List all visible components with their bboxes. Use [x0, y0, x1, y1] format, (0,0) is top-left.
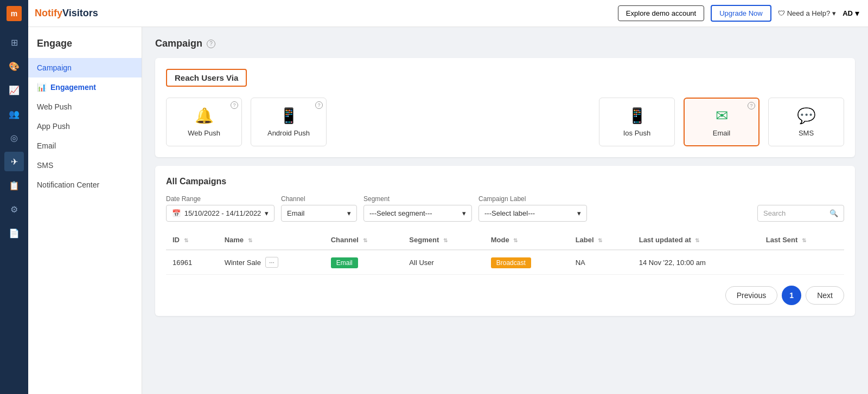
sms-icon: 💬	[797, 107, 816, 125]
segment-value: ---Select segment---	[369, 209, 432, 217]
segment-select[interactable]: ---Select segment--- ▾	[363, 205, 472, 222]
user-chevron-icon: ▾	[855, 8, 859, 18]
segment-filter-label: Segment	[363, 195, 472, 203]
channel-options: ? 🔔 Web Push ? 📱 Android Push 📱 Ios Push	[166, 98, 844, 146]
ios-push-icon: 📱	[628, 107, 647, 125]
campaigns-card: All Campaigns Date Range 📅 15/10/2022 - …	[155, 166, 855, 316]
date-range-select[interactable]: 📅 15/10/2022 - 14/11/2022 ▾	[166, 205, 275, 222]
channel-filter-label: Channel	[281, 195, 357, 203]
sidebar-item-app-push[interactable]: App Push	[28, 117, 142, 136]
cell-id: 16961	[166, 250, 218, 275]
date-range-label: Date Range	[166, 195, 275, 203]
icon-sidebar: ⊞ 🎨 📈 👥 ◎ ✈ 📋 ⚙ 📄	[0, 27, 28, 394]
sidebar-item-campaign[interactable]: Campaign	[28, 58, 142, 77]
android-push-icon: 📱	[279, 107, 298, 125]
last-sent-sort-icon: ⇅	[802, 237, 806, 243]
sidebar-icon-segments[interactable]: ◎	[4, 128, 24, 147]
sidebar-icon-grid[interactable]: ⊞	[4, 33, 24, 52]
label-chevron: ▾	[577, 209, 581, 217]
table-row: 16961 Winter Sale ··· Email All User	[166, 250, 844, 275]
upgrade-now-button[interactable]: Upgrade Now	[711, 5, 771, 22]
campaigns-table: ID ⇅ Name ⇅ Channel ⇅ Segment	[166, 230, 844, 275]
channel-ios-push[interactable]: 📱 Ios Push	[599, 98, 675, 146]
sidebar-icon-engage[interactable]: ✈	[4, 152, 24, 171]
reach-title: Reach Users Via	[166, 69, 247, 87]
sms-label: SMS	[37, 161, 53, 170]
label-sort-icon: ⇅	[598, 237, 602, 243]
label-value: ---Select label---	[484, 209, 535, 217]
col-channel[interactable]: Channel ⇅	[324, 230, 403, 250]
email-channel-label: Email	[713, 129, 731, 137]
segment-chevron: ▾	[462, 209, 466, 217]
notification-center-label: Notification Center	[37, 180, 99, 189]
ios-push-label: Ios Push	[623, 129, 651, 137]
col-last-sent[interactable]: Last Sent ⇅	[760, 230, 844, 250]
help-icon: 🛡	[778, 9, 785, 17]
search-box[interactable]: Search 🔍	[757, 205, 844, 222]
sidebar-item-email[interactable]: Email	[28, 136, 142, 156]
col-mode[interactable]: Mode ⇅	[484, 230, 569, 250]
explore-demo-button[interactable]: Explore demo account	[618, 5, 704, 21]
cell-name: Winter Sale ···	[218, 250, 324, 275]
sidebar-icon-chart[interactable]: 📈	[4, 80, 24, 100]
channel-value: Email	[287, 209, 305, 217]
mode-sort-icon: ⇅	[513, 237, 518, 243]
channel-email[interactable]: ? ✉ Email	[684, 98, 760, 146]
channel-select[interactable]: Email ▾	[281, 205, 357, 222]
sidebar-icon-palette[interactable]: 🎨	[4, 56, 24, 76]
nav-sidebar: Engage Campaign 📊 Engagement Web Push Ap…	[28, 27, 142, 394]
reach-card: Reach Users Via ? 🔔 Web Push ? 📱 Android…	[155, 58, 855, 157]
help-link[interactable]: 🛡 Need a Help? ▾	[778, 9, 837, 17]
email-help-icon: ?	[748, 102, 755, 109]
brand-name: NotifyVisitors	[35, 8, 98, 19]
name-actions: Winter Sale ···	[225, 257, 318, 268]
name-sort-icon: ⇅	[248, 237, 252, 243]
sidebar-item-engagement[interactable]: 📊 Engagement	[28, 77, 142, 97]
web-push-label: Web Push	[37, 102, 72, 111]
logo-icon: m	[7, 6, 22, 21]
channel-sort-icon: ⇅	[363, 237, 367, 243]
channel-android-push[interactable]: ? 📱 Android Push	[251, 98, 327, 146]
user-menu[interactable]: AD ▾	[843, 8, 859, 18]
previous-button[interactable]: Previous	[725, 286, 777, 305]
col-last-updated[interactable]: Last updated at ⇅	[633, 230, 760, 250]
col-id[interactable]: ID ⇅	[166, 230, 218, 250]
engagement-label: Engagement	[50, 83, 96, 92]
id-sort-icon: ⇅	[184, 237, 188, 243]
label-filter: Campaign Label ---Select label--- ▾	[478, 195, 587, 222]
sidebar-icon-settings[interactable]: ⚙	[4, 199, 24, 219]
cell-mode: Broadcast	[484, 250, 569, 275]
col-name[interactable]: Name ⇅	[218, 230, 324, 250]
col-label[interactable]: Label ⇅	[569, 230, 633, 250]
cell-channel: Email	[324, 250, 403, 275]
channel-filter: Channel Email ▾	[281, 195, 357, 222]
main-content: Campaign ? Reach Users Via ? 🔔 Web Push …	[142, 27, 868, 394]
email-icon: ✉	[716, 107, 728, 125]
page-number-1[interactable]: 1	[782, 286, 801, 305]
web-push-icon: 🔔	[195, 107, 214, 125]
app-push-label: App Push	[37, 122, 70, 131]
label-select[interactable]: ---Select label--- ▾	[478, 205, 587, 222]
sidebar-icon-users[interactable]: 👥	[4, 104, 24, 124]
user-initials: AD	[843, 9, 853, 17]
engagement-icon: 📊	[37, 83, 46, 92]
page-header: Campaign ?	[155, 38, 855, 49]
logo-area: m	[0, 0, 28, 27]
sidebar-icon-docs[interactable]: 📄	[4, 223, 24, 243]
row-actions-button[interactable]: ···	[265, 257, 278, 268]
header-right: Explore demo account Upgrade Now 🛡 Need …	[618, 5, 859, 22]
campaign-help-icon[interactable]: ?	[207, 40, 215, 48]
next-button[interactable]: Next	[806, 286, 844, 305]
sidebar-item-web-push[interactable]: Web Push	[28, 97, 142, 117]
col-segment[interactable]: Segment ⇅	[403, 230, 484, 250]
sidebar-item-notification-center[interactable]: Notification Center	[28, 175, 142, 195]
search-placeholder: Search	[763, 209, 786, 217]
channel-web-push[interactable]: ? 🔔 Web Push	[166, 98, 242, 146]
segment-filter: Segment ---Select segment--- ▾	[363, 195, 472, 222]
channel-sms[interactable]: 💬 SMS	[768, 98, 844, 146]
segment-sort-icon: ⇅	[443, 237, 448, 243]
sidebar-icon-reports[interactable]: 📋	[4, 176, 24, 195]
chevron-down-icon: ▾	[832, 9, 836, 17]
sidebar-item-sms[interactable]: SMS	[28, 156, 142, 175]
search-icon: 🔍	[829, 209, 838, 217]
